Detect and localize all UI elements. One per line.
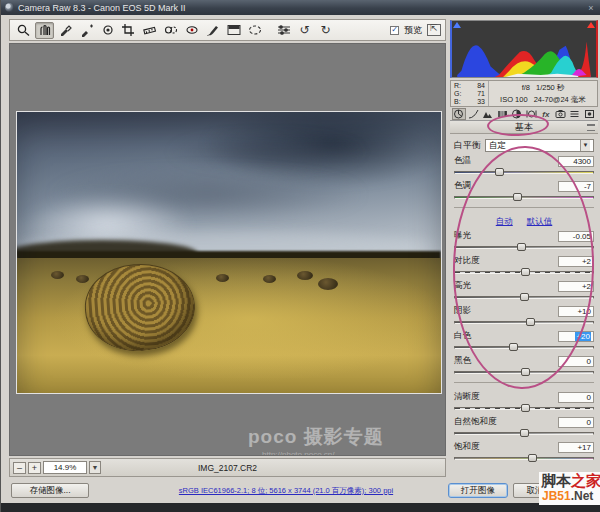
zoom-out-button[interactable]: –	[13, 462, 26, 474]
slider-value-input[interactable]: +2	[558, 256, 594, 267]
spot-removal-icon[interactable]	[161, 22, 180, 39]
app-icon	[5, 3, 14, 12]
tab-hsl-grayscale-icon[interactable]	[496, 108, 510, 120]
title-bar[interactable]: Camera Raw 8.3 - Canon EOS 5D Mark II ×	[1, 0, 600, 15]
slider-track[interactable]	[454, 246, 594, 249]
slider-thumb[interactable]	[521, 404, 530, 412]
slider-value-input[interactable]: +20	[558, 331, 594, 342]
slider-thumb[interactable]	[513, 193, 522, 201]
slider-track[interactable]	[454, 321, 594, 324]
straighten-tool-icon[interactable]	[140, 22, 159, 39]
slider-value-input[interactable]: +10	[558, 306, 594, 317]
tab-tone-curve-icon[interactable]	[467, 108, 481, 120]
tab-effects-icon[interactable]: fx	[539, 108, 553, 120]
slider-track[interactable]	[454, 432, 594, 435]
slider-row: 色调-7	[454, 180, 594, 205]
preview-checkbox[interactable]: ✓	[390, 26, 399, 35]
slider-value-input[interactable]: +17	[558, 442, 594, 453]
slider-value-input[interactable]: -7	[558, 181, 594, 192]
slider-value-input[interactable]: 4300	[558, 156, 594, 167]
default-link[interactable]: 默认值	[527, 216, 553, 230]
slider-label: 饱和度	[454, 441, 480, 453]
status-bar: – + 14.9% ▼ IMG_2107.CR2	[9, 458, 446, 477]
white-balance-eyedropper-icon[interactable]	[56, 22, 75, 39]
tab-basic-icon[interactable]	[452, 108, 466, 120]
white-balance-select[interactable]: 自定 ▼	[485, 139, 594, 152]
tab-presets-icon[interactable]	[568, 108, 582, 120]
white-balance-row: 白平衡 自定 ▼	[450, 138, 598, 153]
slider-track[interactable]	[454, 346, 594, 349]
divider	[454, 207, 594, 213]
histogram-panel	[450, 20, 598, 78]
preferences-icon[interactable]	[274, 22, 293, 39]
bottom-dark-bar	[1, 503, 600, 512]
color-sampler-icon[interactable]	[77, 22, 96, 39]
zoom-in-button[interactable]: +	[28, 462, 41, 474]
hay-bale	[51, 271, 64, 279]
exif-readout: f/81/250 秒 ISO 10024-70@24 毫米	[489, 81, 597, 106]
tab-snapshots-icon[interactable]	[583, 108, 597, 120]
slider-thumb[interactable]	[521, 268, 530, 276]
slider-row: 高光+2	[454, 280, 594, 305]
graduated-filter-icon[interactable]	[224, 22, 243, 39]
white-balance-label: 白平衡	[454, 139, 481, 152]
panel-menu-icon[interactable]	[587, 124, 595, 131]
zoom-tool-icon[interactable]	[14, 22, 33, 39]
crop-tool-icon[interactable]	[119, 22, 138, 39]
adjustment-brush-icon[interactable]	[203, 22, 222, 39]
zoom-level-value[interactable]: 14.9%	[43, 461, 87, 474]
targeted-adjustment-icon[interactable]	[98, 22, 117, 39]
slider-track[interactable]	[454, 196, 594, 199]
hay-bale	[216, 274, 229, 282]
slider-value-input[interactable]: 0	[558, 356, 594, 367]
slider-value-input[interactable]: 0	[558, 392, 594, 403]
red-eye-icon[interactable]	[182, 22, 201, 39]
auto-link[interactable]: 自动	[496, 216, 513, 230]
slider-value-input[interactable]: +2	[558, 281, 594, 292]
save-image-button[interactable]: 存储图像...	[11, 483, 89, 498]
slider-thumb[interactable]	[495, 168, 504, 176]
slider-value-input[interactable]: 0	[558, 417, 594, 428]
zoom-level-dropdown-icon[interactable]: ▼	[89, 461, 101, 474]
camera-raw-dialog: Camera Raw 8.3 - Canon EOS 5D Mark II × …	[0, 0, 600, 512]
slider-label: 清晰度	[454, 391, 480, 403]
image-canvas[interactable]: poco 摄影专题 http://photo.poco.cn/	[9, 43, 446, 456]
slider-label: 高光	[454, 280, 471, 292]
slider-row: 阴影+10	[454, 305, 594, 330]
slider-thumb[interactable]	[521, 368, 530, 376]
hand-tool-icon[interactable]	[35, 22, 54, 39]
slider-track[interactable]	[454, 296, 594, 299]
exif-info-panel: R:84 G:71 B:33 f/81/250 秒 ISO 10024-70@2…	[450, 80, 598, 107]
radial-filter-icon[interactable]	[245, 22, 264, 39]
slider-track[interactable]	[454, 271, 594, 274]
slider-thumb[interactable]	[528, 454, 537, 462]
histogram-chart	[452, 29, 596, 77]
slider-thumb[interactable]	[526, 318, 535, 326]
rotate-left-icon[interactable]: ↺	[295, 22, 314, 39]
close-icon[interactable]: ×	[585, 3, 597, 13]
slider-track[interactable]	[454, 457, 594, 460]
slider-thumb[interactable]	[509, 343, 518, 351]
highlight-clipping-icon[interactable]	[587, 22, 595, 28]
tab-lens-corrections-icon[interactable]	[525, 108, 539, 120]
slider-thumb[interactable]	[520, 429, 529, 437]
tab-detail-icon[interactable]	[481, 108, 495, 120]
slider-value-input[interactable]: -0.05	[558, 231, 594, 242]
tab-camera-calibration-icon[interactable]	[554, 108, 568, 120]
rotate-right-icon[interactable]: ↻	[316, 22, 335, 39]
slider-thumb[interactable]	[517, 243, 526, 251]
slider-thumb[interactable]	[520, 293, 529, 301]
workflow-options-link[interactable]: sRGB IEC61966-2.1; 8 位; 5616 x 3744 (21.…	[121, 486, 451, 496]
slider-track[interactable]	[454, 171, 594, 174]
fullscreen-toggle-icon[interactable]	[427, 24, 441, 36]
slider-track[interactable]	[454, 371, 594, 374]
logo-text-3: JB51	[542, 489, 571, 503]
open-image-button[interactable]: 打开图像	[448, 483, 508, 498]
photo-preview[interactable]	[16, 111, 442, 394]
slider-label: 色调	[454, 180, 471, 192]
slider-track[interactable]	[454, 407, 594, 410]
basic-panel-title: 基本	[515, 122, 533, 132]
tab-split-toning-icon[interactable]	[510, 108, 524, 120]
shadow-clipping-icon[interactable]	[453, 22, 461, 28]
logo-text-4: .Net	[571, 489, 594, 503]
